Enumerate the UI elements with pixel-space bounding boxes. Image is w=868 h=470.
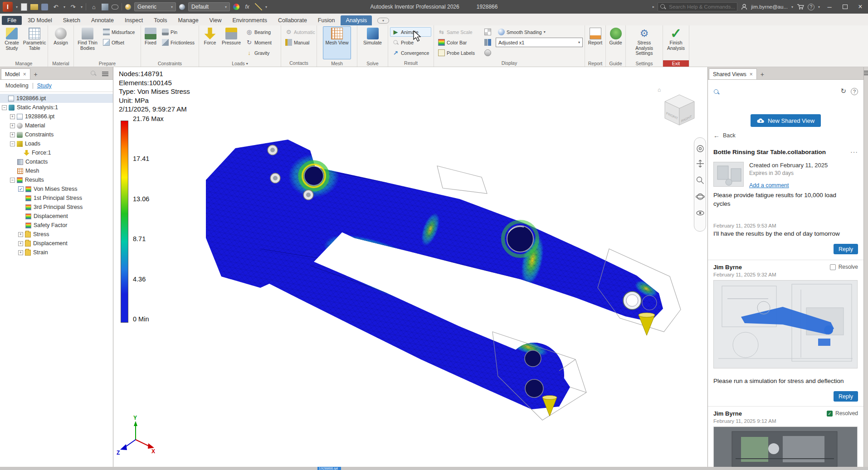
tab-fusion[interactable]: Fusion (313, 15, 340, 25)
tab-view[interactable]: View (205, 15, 227, 25)
add-panel-tab-button[interactable]: + (758, 69, 767, 79)
resolved-checkbox[interactable]: ✓ (827, 411, 833, 417)
tab-environments[interactable]: Environments (227, 15, 272, 25)
tab-shared-views[interactable]: Shared Views× (709, 68, 757, 79)
new-file-icon[interactable] (21, 3, 27, 11)
minimize-button[interactable]: ─ (824, 2, 835, 12)
manual-contacts-button[interactable]: Manual (283, 38, 317, 47)
convergence-button[interactable]: ↗Convergence (390, 48, 431, 58)
smooth-shading-dropdown[interactable]: Smooth Shading▾ (496, 27, 583, 37)
force-button[interactable]: Force (201, 26, 219, 59)
view-cube[interactable]: ⌂ FRONT RIGHT (658, 87, 694, 125)
help-icon[interactable]: ? (808, 4, 814, 10)
cart-icon[interactable] (797, 4, 804, 10)
tree-item-loads[interactable]: −Loads (0, 139, 113, 148)
redo-caret-icon[interactable]: ▾ (81, 5, 83, 9)
more-menu-icon[interactable]: ··· (850, 148, 858, 155)
tree-item-static-analysis[interactable]: −Static Analysis:1 (0, 103, 113, 112)
animate-button[interactable]: ▶Animate (390, 27, 431, 37)
navigation-bar[interactable] (694, 137, 706, 232)
tab-model[interactable]: Model× (1, 68, 30, 79)
material-select[interactable]: Generic▾ (134, 2, 176, 11)
view-face-icon[interactable] (102, 4, 108, 10)
document-tab[interactable]: 1928866.ipt (317, 467, 341, 470)
add-panel-tab-button[interactable]: + (31, 69, 40, 79)
parametric-table-button[interactable]: Parametric Table (23, 26, 46, 59)
collapse-icon[interactable]: − (10, 178, 15, 183)
app-menu-caret-icon[interactable]: ▾ (16, 5, 18, 9)
expand-icon[interactable]: + (10, 114, 15, 119)
group-label-exit[interactable]: Exit (663, 60, 689, 67)
save-icon[interactable] (41, 4, 48, 10)
qat-customize-caret-icon[interactable]: ▾ (265, 5, 267, 9)
bearing-button[interactable]: ◎Bearing (244, 27, 274, 37)
collapse-icon[interactable]: − (10, 141, 15, 146)
user-account-menu[interactable]: jim.byrne@au... (751, 4, 788, 10)
group-label-settings[interactable]: Settings (626, 60, 663, 67)
shading-swatch-icon[interactable] (484, 29, 491, 35)
expand-icon[interactable]: + (10, 123, 15, 128)
close-tab-icon[interactable]: × (750, 71, 753, 78)
appearance-wheel-icon[interactable] (233, 4, 239, 10)
tab-analysis[interactable]: Analysis (341, 15, 372, 25)
group-label-manage[interactable]: Manage (0, 60, 48, 67)
expand-icon[interactable]: + (18, 241, 23, 246)
group-label-loads[interactable]: Loads▾ (199, 60, 281, 67)
offset-button[interactable]: Offset (101, 38, 137, 47)
maximize-button[interactable] (839, 2, 851, 12)
browser-menu-icon[interactable] (102, 72, 108, 76)
appearance-select[interactable]: Default▾ (188, 2, 230, 11)
tab-file[interactable]: File (2, 16, 22, 25)
resolve-checkbox[interactable] (830, 264, 836, 270)
expand-icon[interactable]: + (18, 232, 23, 237)
home-icon[interactable]: ⌂ (89, 2, 98, 11)
dock-menu-icon[interactable] (864, 71, 868, 75)
resolved-checkbox-row[interactable]: ✓Resolved (827, 410, 858, 417)
inventor-logo-icon[interactable]: I (3, 2, 13, 12)
tab-tools[interactable]: Tools (149, 15, 172, 25)
help-icon[interactable]: ? (851, 88, 858, 95)
create-study-button[interactable]: Create Study (2, 26, 22, 59)
probe-button[interactable]: Probe (390, 38, 431, 47)
undo-caret-icon[interactable]: ▾ (63, 5, 65, 9)
shared-view-thumbnail[interactable] (713, 162, 744, 187)
back-button[interactable]: ←Back (713, 132, 858, 139)
finish-analysis-button[interactable]: ✓Finish Analysis (665, 26, 687, 59)
group-label-guide[interactable]: Guide (606, 60, 625, 67)
close-button[interactable]: × (854, 2, 866, 12)
group-label-material[interactable]: Material (48, 60, 73, 67)
tree-item-strain-folder[interactable]: +Strain (0, 248, 113, 257)
automatic-contacts-button[interactable]: ⚙Automatic (283, 27, 317, 37)
tab-inspect[interactable]: Inspect (120, 15, 148, 25)
tree-item-material[interactable]: +Material (0, 121, 113, 130)
expand-icon[interactable]: + (10, 132, 15, 137)
tree-item-constraints[interactable]: +Constraints (0, 130, 113, 139)
tree-item-force[interactable]: Force:1 (0, 148, 113, 157)
tree-item-displacement[interactable]: Displacement (0, 212, 113, 221)
collapse-icon[interactable]: − (2, 105, 7, 110)
measure-icon[interactable] (255, 3, 262, 10)
tree-item-1st-principal[interactable]: 1st Principal Stress (0, 194, 113, 203)
tree-item-von-mises[interactable]: ✓Von Mises Stress (0, 184, 113, 194)
look-at-icon[interactable] (112, 5, 118, 10)
tree-item-displacement-folder[interactable]: +Displacement (0, 239, 113, 248)
fixed-button[interactable]: Fixed (143, 26, 158, 59)
displacement-scale-select[interactable]: Adjusted x1▾ (496, 38, 583, 47)
search-input[interactable] (658, 2, 737, 11)
comment-image-simulation-part[interactable] (713, 280, 858, 368)
tab-sketch[interactable]: Sketch (58, 15, 85, 25)
probe-labels-button[interactable]: Probe Labels (436, 48, 483, 58)
3d-viewport-canvas[interactable]: Y X Z ⌂ FRONT RIGHT (113, 67, 707, 467)
reply-button[interactable]: Reply (834, 391, 858, 402)
group-label-constraints[interactable]: Constraints (141, 60, 199, 67)
frictionless-button[interactable]: Frictionless (160, 38, 197, 47)
3d-viewport[interactable]: Y X Z ⌂ FRONT RIGHT Nodes:148791 Element… (113, 67, 707, 467)
add-comment-link[interactable]: Add a comment (749, 182, 789, 189)
close-tab-icon[interactable]: × (23, 71, 26, 78)
tree-item-contacts[interactable]: Contacts (0, 157, 113, 166)
group-label-mesh[interactable]: Mesh (317, 60, 357, 67)
group-label-result[interactable]: Result (388, 59, 434, 67)
report-button[interactable]: Report (587, 26, 604, 59)
refresh-icon[interactable]: ↻ (840, 87, 846, 95)
displacement-scale-icon[interactable] (484, 39, 491, 46)
